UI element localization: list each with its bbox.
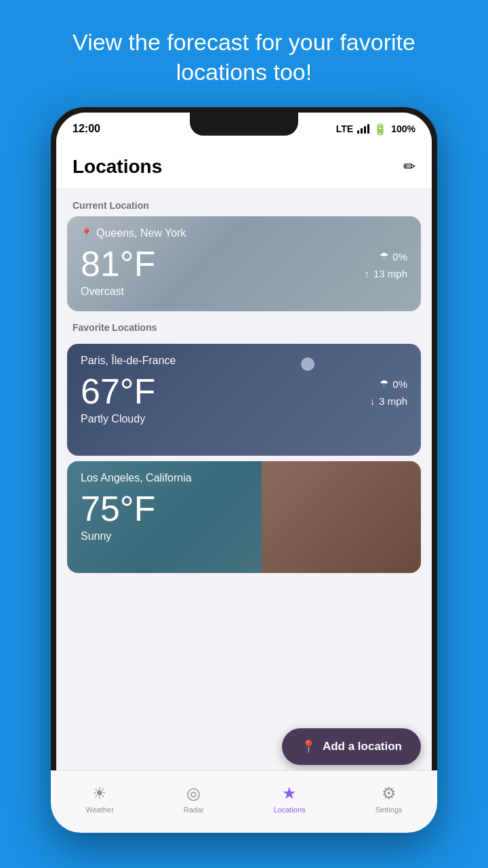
locations-nav-label: Locations <box>274 806 306 814</box>
battery-pct: 100% <box>391 123 415 134</box>
nav-radar[interactable]: ◎ Radar <box>184 784 204 814</box>
current-condition: Overcast <box>81 285 407 298</box>
rain-stat: ☂ 0% <box>380 250 407 262</box>
weather-stats: ☂ 0% ↑ 13 mph <box>364 246 407 279</box>
add-location-label: Add a location <box>323 740 402 753</box>
paris-rain-stat: ☂ 0% <box>380 378 407 390</box>
temp-row: 81°F ☂ 0% ↑ 13 mph <box>81 246 407 281</box>
pin-icon: 📍 <box>81 228 92 239</box>
paris-stats: ☂ 0% ↓ 3 mph <box>370 374 407 407</box>
add-location-button[interactable]: 📍 Add a location <box>282 728 421 765</box>
battery-icon: 🔋 <box>373 123 387 136</box>
status-time: 12:00 <box>73 123 100 135</box>
rain-pct: 0% <box>392 251 407 262</box>
current-location-name: Queens, New York <box>96 227 186 239</box>
app-header: Locations ✏ <box>56 145 432 189</box>
location-name-row: 📍 Queens, New York <box>81 227 407 239</box>
radar-nav-icon: ◎ <box>186 784 201 803</box>
edit-button[interactable]: ✏ <box>403 158 415 176</box>
settings-nav-label: Settings <box>375 806 403 814</box>
radar-nav-label: Radar <box>184 806 204 814</box>
paris-rain-pct: 0% <box>392 378 407 390</box>
paris-wind-speed: 3 mph <box>379 395 407 407</box>
locations-nav-icon: ★ <box>282 784 297 803</box>
paris-location-name: Paris, Île-de-France <box>81 355 407 367</box>
page-title: Locations <box>73 156 162 178</box>
la-building-image <box>262 461 421 573</box>
paris-condition: Partly Cloudy <box>81 413 407 425</box>
paris-location-card[interactable]: Paris, Île-de-France 67°F ☂ 0% ↓ 3 mph <box>67 344 421 456</box>
nav-weather[interactable]: ☀ Weather <box>85 784 113 814</box>
nav-settings[interactable]: ⚙ Settings <box>375 784 403 814</box>
phone-notch <box>190 113 298 136</box>
current-location-label: Current Location <box>56 189 432 216</box>
wind-stat: ↑ 13 mph <box>364 268 407 279</box>
app-content: Locations ✏ Current Location 📍 Queens, N… <box>56 145 432 827</box>
la-temperature: 75°F <box>81 491 155 526</box>
la-location-card[interactable]: Los Angeles, California 75°F ☂ 0% ↑ 4 mp… <box>67 461 421 573</box>
paris-wind-dir-icon: ↓ <box>370 395 375 407</box>
paris-temp-row: 67°F ☂ 0% ↓ 3 mph <box>81 374 407 409</box>
phone-frame: 12:00 LTE 🔋 100% Locations ✏ <box>51 107 437 833</box>
nav-locations[interactable]: ★ Locations <box>274 784 306 814</box>
add-location-pin-icon: 📍 <box>301 739 316 754</box>
paris-wind-stat: ↓ 3 mph <box>370 395 407 407</box>
moon-decoration <box>301 357 314 371</box>
current-temperature: 81°F <box>81 246 155 281</box>
network-label: LTE <box>336 123 353 134</box>
phone-screen: 12:00 LTE 🔋 100% Locations ✏ <box>56 113 432 827</box>
bottom-navigation: ☀ Weather ◎ Radar ★ Locations ⚙ Settings <box>56 770 432 827</box>
wind-speed: 13 mph <box>373 268 407 279</box>
wind-icon: ↑ <box>364 268 369 279</box>
hero-text: View the forecast for your favorite loca… <box>0 0 488 107</box>
weather-nav-label: Weather <box>85 806 113 814</box>
current-location-card[interactable]: 📍 Queens, New York 81°F ☂ 0% ↑ <box>67 216 421 311</box>
status-right: LTE 🔋 100% <box>336 123 415 136</box>
umbrella-icon: ☂ <box>380 250 388 262</box>
settings-nav-icon: ⚙ <box>382 784 396 803</box>
paris-umbrella-icon: ☂ <box>380 378 388 390</box>
signal-icon <box>357 124 369 134</box>
weather-nav-icon: ☀ <box>92 784 107 803</box>
favorite-locations-label: Favorite Locations <box>56 311 432 338</box>
paris-temperature: 67°F <box>81 374 155 409</box>
